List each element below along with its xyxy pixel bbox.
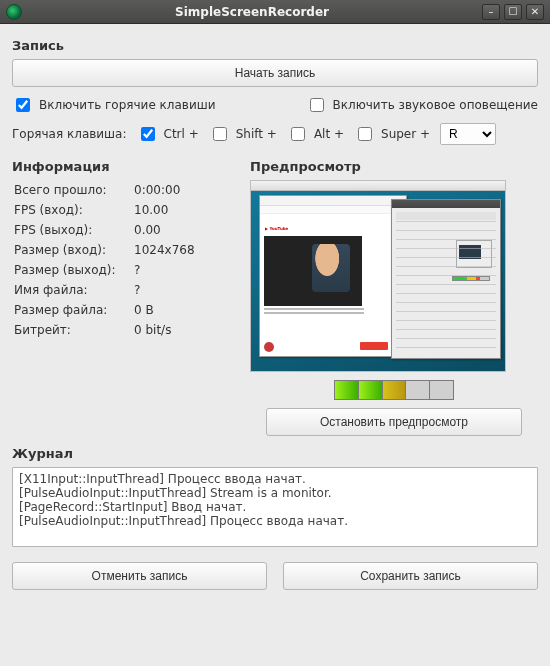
close-button[interactable]: ✕ xyxy=(526,4,544,20)
titlebar: SimpleScreenRecorder – ☐ ✕ xyxy=(0,0,550,24)
hotkey-key-select[interactable]: R xyxy=(440,123,496,145)
mod-super-label: Super + xyxy=(381,127,430,141)
info-row: FPS (вход):10.00 xyxy=(12,200,232,220)
info-row: Битрейт:0 bit/s xyxy=(12,320,232,340)
info-row: Размер (вход):1024x768 xyxy=(12,240,232,260)
info-table: Всего прошло:0:00:00FPS (вход):10.00FPS … xyxy=(12,180,232,340)
mod-super[interactable]: Super + xyxy=(354,124,430,144)
preview-heading: Предпросмотр xyxy=(250,159,538,174)
enable-sound-checkbox[interactable]: Включить звуковое оповещение xyxy=(306,95,538,115)
enable-sound-input[interactable] xyxy=(310,98,324,112)
info-heading: Информация xyxy=(12,159,232,174)
log-heading: Журнал xyxy=(12,446,538,461)
info-value: ? xyxy=(132,280,232,300)
mod-shift[interactable]: Shift + xyxy=(209,124,277,144)
preview-box: ▶ YouTube xyxy=(250,180,506,372)
info-key: FPS (выход): xyxy=(12,220,132,240)
enable-hotkeys-input[interactable] xyxy=(16,98,30,112)
mod-ctrl-input[interactable] xyxy=(141,127,155,141)
minimize-button[interactable]: – xyxy=(482,4,500,20)
info-value: 0 B xyxy=(132,300,232,320)
info-value: 1024x768 xyxy=(132,240,232,260)
info-value: 0 bit/s xyxy=(132,320,232,340)
info-value: ? xyxy=(132,260,232,280)
info-key: Размер файла: xyxy=(12,300,132,320)
info-row: Размер (выход):? xyxy=(12,260,232,280)
vu-seg-4 xyxy=(406,381,430,399)
mod-alt-input[interactable] xyxy=(291,127,305,141)
info-key: Размер (вход): xyxy=(12,240,132,260)
mod-shift-input[interactable] xyxy=(213,127,227,141)
info-value: 10.00 xyxy=(132,200,232,220)
log-textarea[interactable] xyxy=(12,467,538,547)
info-key: Всего прошло: xyxy=(12,180,132,200)
enable-sound-label: Включить звуковое оповещение xyxy=(333,98,538,112)
vu-seg-3 xyxy=(383,381,407,399)
info-row: Размер файла:0 B xyxy=(12,300,232,320)
start-recording-button[interactable]: Начать запись xyxy=(12,59,538,87)
mod-ctrl-label: Ctrl + xyxy=(164,127,199,141)
content-area: Запись Начать запись Включить горячие кл… xyxy=(0,24,550,666)
info-row: FPS (выход):0.00 xyxy=(12,220,232,240)
info-key: Размер (выход): xyxy=(12,260,132,280)
mod-ctrl[interactable]: Ctrl + xyxy=(137,124,199,144)
save-recording-button[interactable]: Сохранить запись xyxy=(283,562,538,590)
info-value: 0:00:00 xyxy=(132,180,232,200)
app-icon xyxy=(6,4,22,20)
info-key: Имя файла: xyxy=(12,280,132,300)
cancel-recording-button[interactable]: Отменить запись xyxy=(12,562,267,590)
mod-alt-label: Alt + xyxy=(314,127,344,141)
vu-seg-1 xyxy=(335,381,359,399)
hotkey-label: Горячая клавиша: xyxy=(12,127,127,141)
enable-hotkeys-label: Включить горячие клавиши xyxy=(39,98,216,112)
window-buttons: – ☐ ✕ xyxy=(482,4,544,20)
stop-preview-button[interactable]: Остановить предпросмотр xyxy=(266,408,522,436)
info-row: Всего прошло:0:00:00 xyxy=(12,180,232,200)
info-value: 0.00 xyxy=(132,220,232,240)
mod-alt[interactable]: Alt + xyxy=(287,124,344,144)
mod-shift-label: Shift + xyxy=(236,127,277,141)
record-heading: Запись xyxy=(12,38,538,53)
info-key: FPS (вход): xyxy=(12,200,132,220)
mod-super-input[interactable] xyxy=(358,127,372,141)
info-row: Имя файла:? xyxy=(12,280,232,300)
vu-meter xyxy=(334,380,454,400)
enable-hotkeys-checkbox[interactable]: Включить горячие клавиши xyxy=(12,95,216,115)
vu-seg-5 xyxy=(430,381,453,399)
maximize-button[interactable]: ☐ xyxy=(504,4,522,20)
window-title: SimpleScreenRecorder xyxy=(22,5,482,19)
vu-seg-2 xyxy=(359,381,383,399)
info-key: Битрейт: xyxy=(12,320,132,340)
